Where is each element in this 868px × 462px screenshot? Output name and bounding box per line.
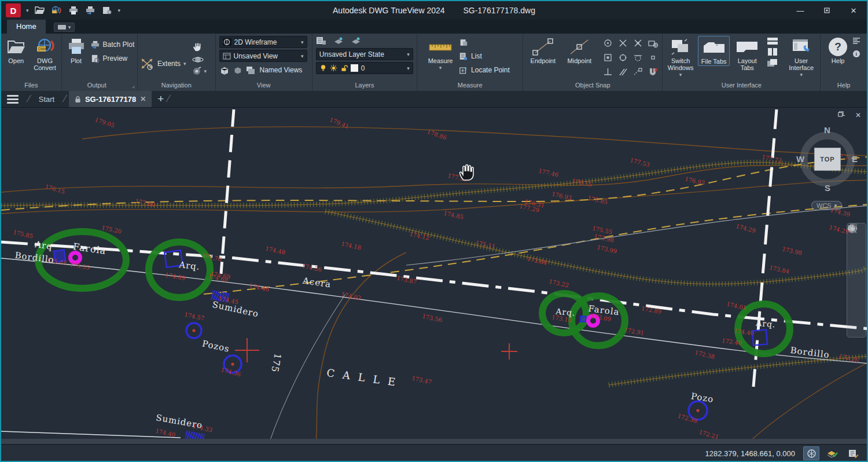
visual-style-combo[interactable]: 2D Wireframe ▾ bbox=[219, 36, 307, 48]
tile-vertically-icon[interactable] bbox=[767, 47, 778, 56]
list-button[interactable]: List bbox=[459, 50, 510, 63]
zoom-extents-button[interactable]: Extents ▾ bbox=[139, 57, 186, 70]
elevation-label: 174.29 bbox=[735, 223, 757, 234]
viewcube-top-face[interactable]: TOP bbox=[814, 148, 841, 171]
elevation-label: 173.99 bbox=[596, 244, 617, 255]
pozo-center-point bbox=[192, 329, 195, 332]
viewcube-east[interactable]: E bbox=[852, 154, 858, 164]
elevation-label: 174.48 bbox=[264, 245, 286, 256]
elevation-label: 173.47 bbox=[411, 375, 432, 386]
layer-unlock-icon bbox=[340, 64, 348, 72]
measure-ruler-icon bbox=[428, 36, 453, 57]
tile-horizontally-icon[interactable] bbox=[767, 37, 778, 45]
file-tabs-button[interactable]: File Tabs bbox=[698, 36, 730, 66]
horizontal-scrollbar[interactable] bbox=[1, 439, 868, 444]
export-icon[interactable] bbox=[101, 5, 113, 16]
wcs-menu[interactable]: WCS ▾ bbox=[811, 201, 842, 210]
file-tab-menu-icon[interactable] bbox=[1, 95, 24, 104]
list-label: List bbox=[471, 52, 482, 60]
orbit-icon[interactable] bbox=[192, 54, 207, 65]
intersection-snap-icon[interactable] bbox=[618, 38, 628, 48]
isolate-objects-button[interactable] bbox=[845, 446, 861, 460]
help-button[interactable]: ? Help bbox=[827, 36, 849, 65]
app-menu-caret-icon[interactable]: ▾ bbox=[26, 8, 29, 13]
box-shaded-icon[interactable] bbox=[233, 66, 242, 74]
tangent-snap-icon[interactable] bbox=[633, 53, 643, 63]
elevation-label: 175.85 bbox=[12, 229, 34, 240]
box-solid-icon[interactable] bbox=[219, 66, 229, 75]
dwg-convert-icon[interactable] bbox=[51, 5, 62, 16]
node-snap-icon[interactable] bbox=[603, 53, 613, 63]
switch-windows-button[interactable]: Switch Windows ▾ bbox=[664, 36, 697, 79]
arqueta-square bbox=[752, 330, 767, 346]
info-icon[interactable]: i bbox=[852, 50, 860, 58]
quick-help-icon[interactable] bbox=[852, 37, 860, 44]
batch-plot-icon[interactable] bbox=[84, 5, 96, 16]
qat-customize-caret-icon[interactable]: ▾ bbox=[118, 8, 121, 13]
navigation-bar[interactable] bbox=[847, 223, 866, 338]
isometric-drafting-button[interactable] bbox=[803, 446, 819, 460]
drawing-canvas[interactable]: 179.05179.41178.86177.53177.73177.70177.… bbox=[1, 107, 868, 444]
perpendicular-snap-icon[interactable] bbox=[603, 67, 613, 77]
cascade-icon[interactable] bbox=[767, 58, 778, 67]
user-interface-panel-label: User Interface bbox=[663, 81, 820, 91]
preview-button[interactable]: Preview bbox=[90, 52, 135, 65]
quadrant-snap-icon[interactable] bbox=[618, 53, 628, 63]
tab-document-active[interactable]: SG-176177178 ✕ bbox=[69, 91, 152, 107]
open-button[interactable]: Open bbox=[5, 36, 28, 65]
tab-home[interactable]: Home bbox=[7, 20, 46, 34]
measure-button[interactable]: Measure ▾ bbox=[423, 36, 458, 72]
elevation-label: 176.15 bbox=[45, 184, 66, 195]
apparent-intersection-snap-icon[interactable] bbox=[633, 38, 643, 48]
elevation-label: 175.35 bbox=[69, 261, 90, 271]
elevation-label: 174.57 bbox=[183, 311, 205, 322]
viewcube-south[interactable]: S bbox=[825, 183, 830, 193]
point-filter-snap-icon[interactable] bbox=[649, 54, 657, 61]
endpoint-snap-button[interactable]: Endpoint bbox=[525, 36, 561, 65]
new-tab-button[interactable]: + bbox=[157, 93, 164, 105]
tab-start[interactable]: Start bbox=[33, 93, 60, 106]
snap-mode-magnet-icon[interactable] bbox=[648, 67, 659, 78]
plot-printer-icon bbox=[67, 36, 86, 57]
current-layer-combo[interactable]: 0 ▾ bbox=[316, 62, 413, 74]
batch-plot-button[interactable]: Batch Plot bbox=[90, 38, 135, 51]
parallel-snap-icon[interactable] bbox=[618, 67, 628, 77]
layer-state-combo[interactable]: Unsaved Layer State ▾ bbox=[316, 48, 413, 60]
subwindow-close-icon[interactable]: ✕ bbox=[855, 111, 861, 119]
named-views-icon[interactable] bbox=[246, 66, 256, 75]
viewcube-west[interactable]: W bbox=[796, 154, 804, 164]
center-snap-icon[interactable] bbox=[603, 38, 613, 48]
user-interface-button[interactable]: User Interface ▾ bbox=[784, 36, 818, 79]
layer-freeze-icon[interactable] bbox=[351, 36, 361, 45]
tab-close-icon[interactable]: ✕ bbox=[140, 95, 146, 103]
extension-snap-icon[interactable] bbox=[633, 67, 643, 77]
open-icon[interactable] bbox=[34, 5, 46, 16]
geometric-center-snap-icon[interactable] bbox=[648, 38, 659, 48]
plot-icon[interactable] bbox=[68, 5, 79, 16]
close-button[interactable]: ✕ bbox=[840, 1, 867, 20]
graphics-performance-button[interactable] bbox=[824, 446, 840, 460]
road-lines bbox=[1, 109, 868, 438]
quick-measure-button[interactable] bbox=[459, 36, 510, 49]
ribbon-options-button[interactable]: ▾ bbox=[54, 23, 75, 32]
midpoint-snap-button[interactable]: Midpoint bbox=[562, 36, 597, 65]
layout-tabs-icon bbox=[735, 36, 759, 57]
minimize-button[interactable]: — bbox=[787, 1, 814, 20]
visual-style-icon bbox=[223, 38, 231, 46]
plot-button[interactable]: Plot bbox=[64, 36, 89, 65]
app-logo[interactable]: D bbox=[6, 3, 21, 17]
pan-icon[interactable] bbox=[192, 41, 207, 53]
status-bar: 1282.379, 1468.661, 0.000 bbox=[1, 444, 867, 462]
layout-tabs-button[interactable]: Layout Tabs bbox=[731, 36, 763, 72]
layer-properties-icon[interactable] bbox=[316, 36, 326, 45]
locate-point-button[interactable]: Q Locate Point bbox=[459, 64, 510, 76]
dwg-convert-button[interactable]: DWG DWG Convert bbox=[32, 36, 58, 72]
named-views-label[interactable]: Named Views bbox=[260, 66, 303, 74]
viewcube-north[interactable]: N bbox=[824, 125, 830, 135]
steering-wheel-icon[interactable]: ▾ bbox=[192, 67, 207, 76]
restore-button[interactable] bbox=[814, 1, 840, 20]
output-dialog-launcher-icon[interactable]: ⌟ bbox=[132, 81, 135, 90]
view-state-combo[interactable]: Unsaved View ▾ bbox=[219, 50, 307, 62]
layer-off-icon[interactable] bbox=[333, 36, 344, 45]
svg-text:DWG: DWG bbox=[38, 47, 48, 51]
